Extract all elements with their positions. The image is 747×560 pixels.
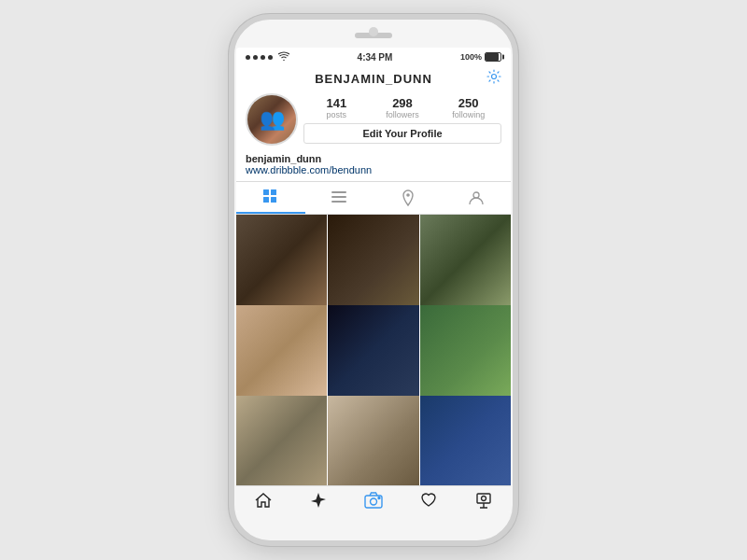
photo-3[interactable] <box>420 215 511 305</box>
svg-rect-3 <box>271 197 276 203</box>
battery-area: 100% <box>460 52 501 62</box>
svg-rect-4 <box>331 191 346 193</box>
nav-home[interactable] <box>236 492 291 509</box>
nav-heart[interactable] <box>401 492 456 509</box>
followers-stat: 298 followers <box>379 96 426 119</box>
svg-point-10 <box>370 498 376 505</box>
posts-stat: 141 posts <box>313 96 359 119</box>
photo-4[interactable] <box>236 305 327 396</box>
photo-image-1 <box>236 215 327 305</box>
svg-rect-1 <box>271 189 276 195</box>
status-bar: 4:34 PM 100% <box>236 48 511 66</box>
tab-grid[interactable] <box>236 182 305 214</box>
svg-rect-6 <box>331 201 346 203</box>
bottom-nav <box>236 485 511 512</box>
following-count: 250 <box>445 96 492 110</box>
nav-profile[interactable] <box>456 492 511 509</box>
svg-rect-12 <box>477 494 490 503</box>
phone-screen: 4:34 PM 100% BENJAMIN_DUNN <box>236 48 511 512</box>
photo-image-7 <box>236 396 327 485</box>
followers-label: followers <box>379 110 426 119</box>
signal-dot-1 <box>246 55 250 60</box>
photo-image-8 <box>328 396 418 485</box>
svg-rect-0 <box>263 189 269 195</box>
following-stat: 250 following <box>445 96 492 119</box>
photo-image-4 <box>236 305 327 396</box>
posts-count: 141 <box>313 96 359 110</box>
wifi-icon <box>278 51 289 63</box>
signal-dot-4 <box>268 55 273 60</box>
following-label: following <box>445 110 492 119</box>
profile-stats: 141 posts 298 followers 250 following Ed… <box>236 90 511 151</box>
battery-percent: 100% <box>460 52 482 62</box>
photo-image-9 <box>420 396 511 485</box>
photo-1[interactable] <box>236 215 327 305</box>
photo-7[interactable] <box>236 396 327 485</box>
avatar-image <box>247 95 296 144</box>
photo-6[interactable] <box>420 305 511 396</box>
photo-image-5 <box>328 305 418 396</box>
photo-image-2 <box>328 215 418 305</box>
svg-point-8 <box>473 192 479 198</box>
tab-person[interactable] <box>443 182 512 214</box>
bio-name: benjamin_dunn <box>246 153 501 164</box>
photo-grid <box>236 215 511 485</box>
svg-point-11 <box>378 497 380 499</box>
battery-icon <box>485 52 501 62</box>
profile-bio: benjamin_dunn www.dribbble.com/bendunn <box>236 151 511 181</box>
stats-row: 141 posts 298 followers 250 following <box>303 96 501 119</box>
nav-explore[interactable] <box>291 492 346 509</box>
phone-mockup: 4:34 PM 100% BENJAMIN_DUNN <box>229 14 518 546</box>
signal-indicator <box>246 51 289 63</box>
followers-count: 298 <box>379 96 426 110</box>
signal-dot-3 <box>261 55 265 60</box>
photo-2[interactable] <box>328 215 418 305</box>
content-tab-bar <box>236 181 511 215</box>
photo-8[interactable] <box>328 396 418 485</box>
tab-list[interactable] <box>305 182 374 214</box>
edit-profile-button[interactable]: Edit Your Profile <box>303 123 501 144</box>
photo-5[interactable] <box>328 305 418 396</box>
svg-point-13 <box>481 497 486 501</box>
photo-image-6 <box>420 305 511 396</box>
photo-image-3 <box>420 215 511 305</box>
photo-9[interactable] <box>420 396 511 485</box>
avatar <box>246 93 298 146</box>
signal-dot-2 <box>253 55 258 60</box>
profile-header: BENJAMIN_DUNN <box>236 66 511 90</box>
nav-camera[interactable] <box>346 492 402 509</box>
svg-point-7 <box>406 193 410 197</box>
settings-icon[interactable] <box>486 69 501 88</box>
svg-rect-5 <box>331 196 346 198</box>
battery-fill <box>486 53 499 61</box>
status-time: 4:34 PM <box>358 52 393 63</box>
profile-username: BENJAMIN_DUNN <box>315 72 432 86</box>
stats-numbers: 141 posts 298 followers 250 following Ed… <box>303 93 501 146</box>
bio-link[interactable]: www.dribbble.com/bendunn <box>246 164 501 175</box>
posts-label: posts <box>313 110 359 119</box>
svg-rect-2 <box>263 197 269 203</box>
tab-location[interactable] <box>374 182 443 214</box>
